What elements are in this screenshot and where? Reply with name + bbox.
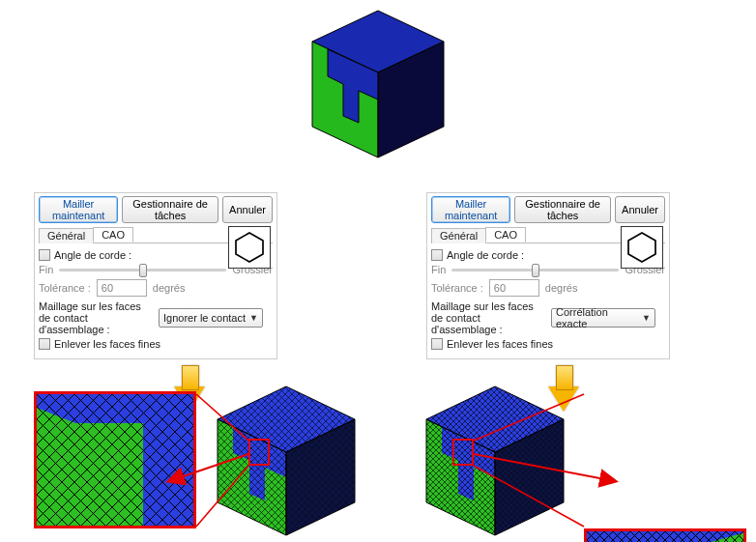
- hexagon-icon: [228, 226, 271, 269]
- mesh-options-panel-right: Mailler maintenant Gestionnaire de tâche…: [426, 192, 670, 359]
- contact-mesh-label: Maillage sur les faces de contact d'asse…: [431, 300, 547, 335]
- contact-mesh-select[interactable]: Corrélation exacte ▼: [551, 308, 655, 328]
- svg-marker-4: [236, 233, 263, 262]
- tolerance-label: Tolérance :: [39, 282, 91, 294]
- hexagon-icon: [621, 226, 663, 269]
- tolerance-unit: degrés: [153, 282, 186, 294]
- meshed-cube-right: [413, 381, 577, 542]
- remove-thin-checkbox[interactable]: [431, 338, 443, 350]
- tolerance-field[interactable]: 60: [489, 279, 539, 297]
- zoom-detail-left: [34, 391, 196, 528]
- angle-checkbox[interactable]: [39, 249, 50, 261]
- contact-mesh-select[interactable]: Ignorer le contact ▼: [159, 308, 263, 328]
- slider-fin-label: Fin: [431, 264, 446, 275]
- angle-slider[interactable]: [59, 269, 226, 271]
- remove-thin-label: Enlever les faces fines: [54, 338, 160, 350]
- svg-rect-34: [587, 531, 746, 542]
- angle-checkbox[interactable]: [431, 249, 443, 261]
- zoom-detail-right: [584, 528, 746, 542]
- task-manager-button[interactable]: Gestionnaire de tâches: [122, 196, 218, 223]
- solid-cube-top: [301, 3, 455, 167]
- mesh-now-button[interactable]: Mailler maintenant: [431, 196, 510, 223]
- tolerance-label: Tolérance :: [431, 282, 483, 294]
- remove-thin-checkbox[interactable]: [39, 338, 50, 350]
- meshed-cube-left: [204, 381, 368, 542]
- mesh-options-panel-left: Mailler maintenant Gestionnaire de tâche…: [34, 192, 277, 359]
- cancel-button[interactable]: Annuler: [222, 196, 273, 223]
- slider-fin-label: Fin: [39, 264, 53, 275]
- cancel-button[interactable]: Annuler: [615, 196, 665, 223]
- tolerance-field[interactable]: 60: [97, 279, 147, 297]
- tab-cad[interactable]: CAO: [485, 227, 526, 242]
- svg-marker-5: [628, 233, 655, 262]
- tab-cad[interactable]: CAO: [93, 227, 133, 242]
- chevron-down-icon: ▼: [249, 313, 258, 323]
- remove-thin-label: Enlever les faces fines: [447, 338, 553, 350]
- tolerance-unit: degrés: [545, 282, 578, 294]
- svg-rect-30: [37, 394, 196, 528]
- angle-label: Angle de corde :: [54, 249, 131, 261]
- task-manager-button[interactable]: Gestionnaire de tâches: [514, 196, 611, 223]
- angle-label: Angle de corde :: [447, 249, 524, 261]
- mesh-now-button[interactable]: Mailler maintenant: [39, 196, 118, 223]
- contact-mesh-label: Maillage sur les faces de contact d'asse…: [39, 300, 155, 335]
- chevron-down-icon: ▼: [642, 313, 651, 323]
- angle-slider[interactable]: [451, 269, 619, 271]
- tab-general[interactable]: Général: [431, 228, 486, 243]
- tab-general[interactable]: Général: [39, 228, 94, 243]
